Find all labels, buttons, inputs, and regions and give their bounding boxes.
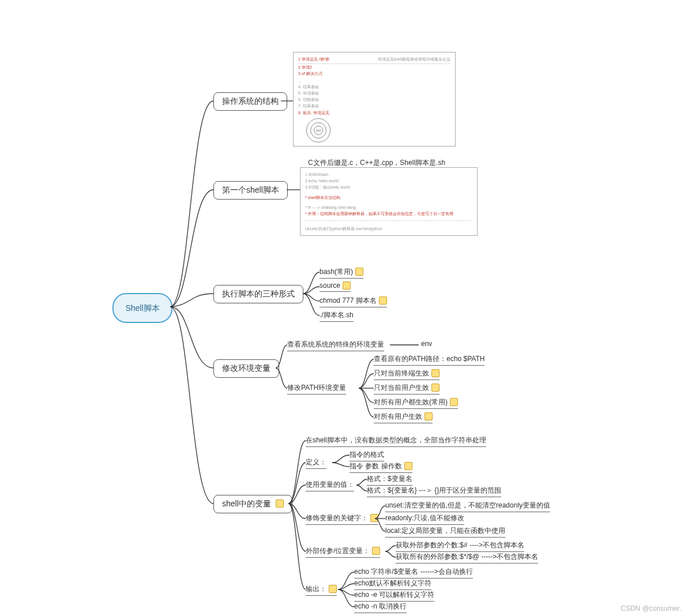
note-icon bbox=[372, 547, 380, 555]
shellvar-out-item1: echo默认不解析转义字符 bbox=[354, 579, 431, 590]
shellvar-mod-item0: unset:清空变量的值,但是，不能清空readonly变量的值 bbox=[385, 501, 550, 512]
shellvar-pos-item0: 获取外部参数的个数:$# ---->不包含脚本名 bbox=[396, 540, 524, 552]
card-header-right: 华清远见shell教程基础课程详细复杂企业 bbox=[378, 56, 450, 62]
shellvar-pos: 外部传参/位置变量： bbox=[306, 546, 380, 558]
card-header-left: 1 华清远见 /密/密 bbox=[298, 56, 329, 62]
shellvar-def-item1: 指令 参数 操作数 bbox=[350, 461, 412, 473]
watermark: CSDN @consumer. bbox=[621, 604, 681, 613]
branch-label: shell中的变量 bbox=[222, 499, 271, 508]
shellvar-mod-item2: local:定义局部变量，只能在函数中使用 bbox=[385, 526, 505, 538]
leaf-label: 修饰变量的关键字： bbox=[306, 514, 368, 522]
exec-bash: bash(常用) bbox=[320, 267, 363, 279]
leaf-label: source bbox=[320, 281, 340, 290]
leaf-label: 查看系统系统的特殊的环境变量 bbox=[287, 340, 384, 348]
card-line: ... bbox=[298, 77, 450, 84]
leaf-label: 输出： bbox=[306, 585, 326, 593]
card-line: 7. 结果基础 bbox=[298, 103, 450, 109]
branch-first-script: 第一个shell脚本 bbox=[213, 181, 288, 200]
shellvar-pos-item1: 获取所有的外部参数:$*/$@ ----->不包含脚本名 bbox=[396, 552, 538, 564]
env-sub-1: 只对当前终端生效 bbox=[374, 369, 439, 380]
root-node: Shell脚本 bbox=[112, 293, 172, 323]
branch-shell-vars: shell中的变量 bbox=[213, 495, 292, 513]
os-structure-card: 1 华清远见 /密/密 华清远见shell教程基础课程详细复杂企业 2 华清2 … bbox=[293, 52, 456, 147]
env-sub-3: 对所有用户都生效(常用) bbox=[374, 397, 458, 409]
ring-outer: (sn) bbox=[306, 118, 330, 142]
shellvar-use-item1: 格式：${变量名} ---＞ {}用于区分变量的范围 bbox=[367, 486, 501, 497]
shellvar-note: 在shell脚本中，没有数据类型的概念，全部当作字符串处理 bbox=[306, 435, 486, 447]
leaf-label: 修改PATH环境变量 bbox=[287, 384, 346, 392]
card-line: 6. 功能基础 bbox=[298, 96, 450, 103]
leaf-label: 只对当前终端生效 bbox=[374, 369, 429, 377]
note-icon bbox=[424, 412, 433, 420]
card-line: 3 of 解决方式 bbox=[298, 70, 450, 77]
note-icon bbox=[276, 499, 284, 508]
env-path: 修改PATH环境变量 bbox=[287, 383, 346, 395]
shellvar-use-item0: 格式：$变量名 bbox=[367, 474, 412, 486]
card-line: 2 华清2 bbox=[298, 64, 450, 70]
note-icon bbox=[329, 585, 337, 593]
code-line: * shell脚本语法结构 bbox=[305, 194, 472, 201]
leaf-label: 只对当前用户生效 bbox=[374, 384, 429, 392]
note-icon bbox=[343, 281, 351, 290]
leaf-label: 使用变量的值： bbox=[306, 480, 354, 489]
shellvar-use: 使用变量的值： bbox=[306, 480, 354, 491]
shellvar-out: 输出： bbox=[306, 584, 337, 596]
env-sub-2: 只对当前用户生效 bbox=[374, 383, 439, 395]
note-icon bbox=[450, 398, 458, 406]
code-line: 1 #!/bin/bash bbox=[305, 171, 472, 178]
code-line: * #! ----> shabang /she-bang bbox=[305, 204, 472, 211]
shellvar-mod: 修饰变量的关键字： bbox=[306, 513, 378, 525]
ring-label: (sn) bbox=[316, 128, 321, 133]
leaf-label: 对所有用户都生效(常用) bbox=[374, 398, 448, 406]
first-script-card: 1 #!/bin/bash 2 echo 'hello world' 3 #功能… bbox=[300, 167, 478, 236]
card-line: 5. 华清基础 bbox=[298, 90, 450, 96]
code-footer: Ubuntu快速打python解释器 /usr/bin/python bbox=[305, 226, 472, 232]
code-line: * 作用：指明脚本使用那种解释器，如果不写系统会自动指定，可是写了后一定有用 bbox=[305, 211, 472, 217]
branch-env-vars: 修改环境变量 bbox=[213, 359, 279, 378]
exec-chmod: chmod 777 脚本名 bbox=[320, 296, 387, 307]
shellvar-out-item2: echo -e 可以解析转义字符 bbox=[354, 590, 434, 602]
leaf-label: 指令 参数 操作数 bbox=[350, 462, 402, 470]
branch-exec-forms: 执行脚本的三种形式 bbox=[213, 285, 303, 303]
note-icon bbox=[379, 296, 387, 305]
note-icon bbox=[370, 514, 378, 522]
exec-run: ./脚本名.sh bbox=[320, 310, 354, 322]
note-icon bbox=[431, 369, 439, 377]
root-label: Shell脚本 bbox=[125, 303, 159, 313]
card-line: 8. 最后, 华清远见 bbox=[298, 110, 450, 116]
card-line: 4. 结果基础 bbox=[298, 84, 450, 90]
env-sub-4: 对所有用户生效 bbox=[374, 412, 433, 423]
leaf-label: 外部传参/位置变量： bbox=[306, 547, 370, 555]
branch-os-structure: 操作系统的结构 bbox=[213, 92, 287, 111]
leaf-label: chmod 777 脚本名 bbox=[320, 296, 377, 305]
env-sub-0: 查看原有的PATH路径：echo $PATH bbox=[374, 354, 484, 366]
shellvar-out-item3: echo -n 取消换行 bbox=[354, 602, 407, 613]
code-line: 2 echo 'hello world' bbox=[305, 178, 472, 184]
exec-source: source bbox=[320, 281, 351, 292]
leaf-label: 定义： bbox=[306, 458, 326, 466]
leaf-label: 对所有用户生效 bbox=[374, 412, 422, 420]
shellvar-def-item0: 指令的格式 bbox=[350, 450, 384, 461]
branch-label: 修改环境变量 bbox=[222, 363, 271, 373]
env-value: env bbox=[421, 340, 432, 348]
shellvar-mod-item1: readonly:只读,值不能修改 bbox=[385, 513, 464, 525]
env-view: 查看系统系统的特殊的环境变量 bbox=[287, 340, 384, 351]
ring-mid: (sn) bbox=[310, 122, 326, 138]
note-icon bbox=[355, 268, 363, 276]
code-line: 3 #功能：输出hello world bbox=[305, 184, 472, 190]
leaf-label: 查看原有的PATH路径：echo $PATH bbox=[374, 355, 484, 363]
note-icon bbox=[404, 462, 412, 470]
branch-label: 第一个shell脚本 bbox=[222, 185, 279, 194]
branch-label: 操作系统的结构 bbox=[222, 96, 279, 106]
leaf-label: ./脚本名.sh bbox=[320, 311, 354, 319]
leaf-label: bash(常用) bbox=[320, 268, 353, 276]
shellvar-def: 定义： bbox=[306, 457, 326, 469]
branch-label: 执行脚本的三种形式 bbox=[222, 289, 295, 298]
ring-inner: (sn) bbox=[314, 126, 323, 135]
shellvar-out-item0: echo 字符串/$变量名 ------>会自动换行 bbox=[354, 567, 473, 579]
note-icon bbox=[431, 384, 439, 392]
